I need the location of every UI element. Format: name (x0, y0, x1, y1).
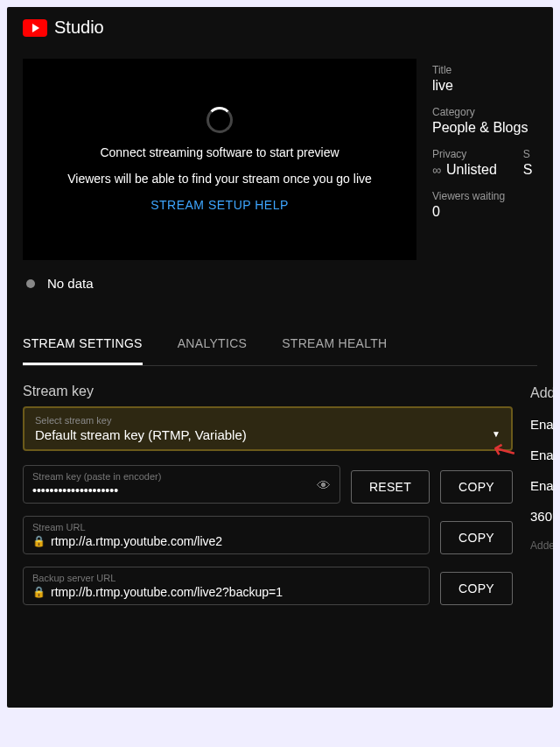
added-label: Added (530, 539, 553, 552)
copy-backup-button[interactable]: COPY (440, 572, 513, 605)
additional-settings: Addi Enab Enab Enab 360° Added (530, 384, 553, 617)
stream-key-title: Stream key (23, 384, 513, 399)
preview-message-1: Connect streaming software to start prev… (100, 145, 339, 159)
youtube-logo-icon (23, 19, 47, 37)
backup-url-field[interactable]: Backup server URL 🔒 rtmp://b.rtmp.youtub… (23, 567, 430, 605)
copy-key-button[interactable]: COPY (440, 470, 513, 504)
title-label: Title (432, 64, 537, 76)
setting-2: Enab (530, 447, 553, 462)
setting-4: 360° (530, 509, 553, 524)
additional-title: Addi (530, 385, 553, 401)
category-value: People & Blogs (432, 120, 537, 136)
s-label: S (523, 148, 533, 160)
privacy-label: Privacy (432, 148, 497, 160)
status-text: No data (47, 276, 94, 291)
url-value: 🔒 rtmp://a.rtmp.youtube.com/live2 (32, 534, 420, 548)
lock-icon: 🔒 (32, 535, 46, 547)
app-header: Studio (7, 7, 553, 48)
unlisted-icon: ∞ (432, 163, 441, 177)
preview-message-2: Viewers will be able to find your stream… (67, 172, 372, 186)
tab-stream-settings[interactable]: STREAM SETTINGS (23, 324, 143, 365)
reset-button[interactable]: RESET (351, 470, 430, 504)
url-label: Stream URL (32, 522, 420, 532)
backup-value: 🔒 rtmp://b.rtmp.youtube.com/live2?backup… (32, 585, 420, 599)
viewers-value: 0 (432, 204, 537, 220)
key-value: •••••••••••••••••••• (32, 483, 331, 497)
stream-key-select[interactable]: Select stream key Default stream key (RT… (23, 406, 513, 451)
viewers-label: Viewers waiting (432, 190, 537, 202)
stream-setup-help-link[interactable]: STREAM SETUP HELP (150, 198, 289, 212)
copy-url-button[interactable]: COPY (440, 521, 513, 554)
stream-url-field[interactable]: Stream URL 🔒 rtmp://a.rtmp.youtube.com/l… (23, 516, 430, 554)
s-value: S (523, 162, 533, 178)
stream-info-panel: Title live Category People & Blogs Priva… (432, 59, 537, 307)
select-label: Select stream key (35, 415, 500, 426)
lock-icon: 🔒 (32, 586, 46, 598)
title-value: live (432, 78, 537, 94)
category-label: Category (432, 106, 537, 118)
privacy-value: ∞ Unlisted (432, 162, 497, 178)
stream-key-field[interactable]: Stream key (paste in encoder) ••••••••••… (23, 465, 340, 504)
app-title: Studio (54, 18, 104, 38)
status-indicator-icon (26, 279, 35, 288)
setting-3: Enab (530, 478, 553, 493)
stream-preview: Connect streaming software to start prev… (23, 59, 416, 260)
tab-stream-health[interactable]: STREAM HEALTH (282, 324, 387, 365)
visibility-toggle-icon[interactable]: 👁 (317, 478, 331, 494)
key-label: Stream key (paste in encoder) (32, 471, 331, 482)
setting-1: Enab (530, 417, 553, 432)
settings-tabs: STREAM SETTINGS ANALYTICS STREAM HEALTH (23, 324, 537, 366)
tab-analytics[interactable]: ANALYTICS (178, 324, 247, 365)
stream-status: No data (23, 260, 416, 307)
select-value: Default stream key (RTMP, Variable) (35, 427, 500, 442)
loading-spinner-icon (206, 107, 233, 133)
backup-label: Backup server URL (32, 573, 420, 583)
